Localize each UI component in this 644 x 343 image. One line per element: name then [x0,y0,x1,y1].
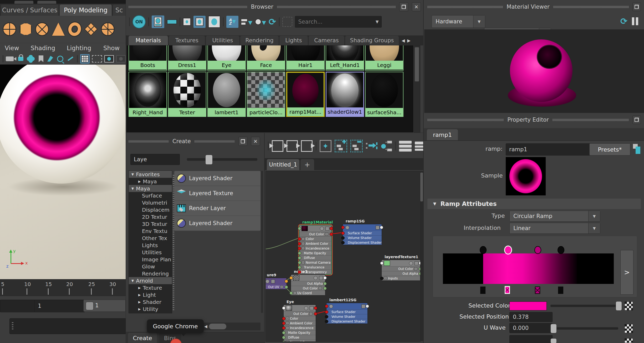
ramp-attributes-header[interactable]: ▼ Ramp Attributes [427,199,641,209]
search-input[interactable] [298,18,376,25]
hscrollbar-thumb[interactable] [209,324,226,329]
range-bar-grip[interactable] [12,322,13,330]
material-swatch-particlecloud[interactable]: particleClo... [247,72,285,117]
tree-item-arnold-shader[interactable]: ▶Shader [129,298,172,305]
tab-lights[interactable]: Lights [279,36,308,45]
list-view-icon[interactable] [167,19,177,24]
browser-titlebar[interactable]: Browser ✕ [129,2,421,12]
create-filter-input[interactable] [130,154,180,165]
create-titlebar[interactable]: Create ✕ [129,137,260,146]
chevron-down-icon[interactable]: ▼ [588,223,600,233]
material-swatch-face[interactable]: Face [247,45,285,71]
viewer-refresh-icon[interactable]: ⟳ [620,16,627,26]
3d-viewport[interactable]: y x z [0,65,126,279]
playback-range-bar[interactable] [9,318,126,334]
float-panel-button[interactable] [238,137,247,146]
expand-port-icon[interactable] [325,233,328,236]
slider-handle[interactable] [550,324,557,333]
lock-icon[interactable] [18,57,23,61]
sort-time-icon[interactable] [255,19,266,25]
ramp-stop-handle-4[interactable] [558,246,564,254]
port-dot[interactable] [285,285,288,289]
poly-cone-icon[interactable] [51,22,66,37]
ramp-name-input[interactable] [506,143,591,155]
isolate-icon[interactable] [47,56,53,62]
menu-lighting[interactable]: Lighting [67,45,91,51]
tree-item-displacement[interactable]: Displacem [129,206,172,213]
port-dot[interactable] [419,267,421,271]
sort-alphabetical-icon[interactable]: AZ [226,16,238,28]
bookmark-icon[interactable] [39,55,43,62]
collapsed-icon[interactable]: ▶ [138,300,141,304]
tab-shading-groups[interactable]: Shading Groups [345,36,399,45]
presets-button[interactable]: Presets* [589,143,630,155]
collapsed-icon[interactable]: ▶ [138,180,141,183]
tree-item-env-textures[interactable]: Env Textu [129,227,172,235]
port-dot[interactable] [298,242,301,245]
port-dot[interactable] [325,320,328,323]
port-color[interactable]: Color [284,316,316,321]
port-dot[interactable] [282,326,285,330]
material-swatch-right-hand[interactable]: Right_Hand [129,72,167,117]
port-dot[interactable] [323,282,327,285]
port-displacement-shader[interactable]: Displacement Shader [343,240,382,245]
port-dot[interactable] [285,280,288,283]
graph-vscrollbar[interactable] [420,171,423,341]
start-frame-field[interactable] [0,300,36,312]
port-dot[interactable] [323,276,327,280]
poly-disc-icon[interactable] [100,22,115,37]
tree-item-utilities[interactable]: Utilities [129,249,172,256]
port-volume-shader[interactable]: Volume Shader [343,235,382,240]
port-dot[interactable] [298,266,301,269]
node-eye[interactable]: Eye Out Color Color Ambient Color Incand… [283,300,316,342]
node-ramp1material[interactable]: ramp1Material Out Color Color Ambient Co… [299,220,332,274]
port-volume-shader[interactable]: Volume Shader [326,314,367,319]
material-swatch-boots[interactable]: Boots [129,45,167,71]
collapsed-icon[interactable]: ▶ [138,307,141,311]
port-dot[interactable] [289,276,293,280]
v-wave-field-partial[interactable] [509,335,553,343]
tree-item-arnold-texture[interactable]: ▶Texture [129,284,172,291]
port-dot[interactable] [298,261,301,264]
scrollbar-thumb[interactable] [415,47,419,81]
port-out-color[interactable]: Out Color [382,266,421,271]
port-ambient-color[interactable]: Ambient Color [284,321,316,325]
poly-subdiv-sphere-icon[interactable] [35,22,49,37]
tab-scroll-right-icon[interactable]: ▶ [407,38,410,43]
material-swatch-leggi[interactable]: Leggi [365,45,403,71]
sort-type-icon[interactable] [241,19,252,25]
port-dot[interactable] [298,270,301,274]
search-dropdown-icon[interactable]: ▼ [376,19,379,24]
port-out-color[interactable]: Out Color [299,232,331,236]
port-normal-camera[interactable]: Normal Camera [299,260,331,265]
renderer-combo[interactable]: Hardware▼ [432,15,485,28]
poly-torus-icon[interactable] [67,22,82,37]
node-ramp1sg[interactable]: ramp1SG Surface Shader Volume Shader Dis… [343,219,382,245]
create-hscrollbar[interactable]: ◀ [203,323,260,330]
chevron-down-icon[interactable]: ▼ [473,15,485,28]
section-expanded-icon[interactable]: ▼ [433,201,436,206]
port-dot[interactable] [341,241,345,244]
swatch-toggle-icon[interactable] [633,144,641,154]
port-matte-opacity[interactable]: Matte Opacity [299,251,331,255]
keyable-icon[interactable] [625,302,633,310]
keyable-icon[interactable] [625,338,633,343]
node-graph[interactable]: ramp1Material Out Color Color Ambient Co… [265,171,421,342]
selected-color-swatch[interactable] [509,302,547,310]
node-layeredtexture1[interactable]: layeredTexture1 Out Color Out Alpha Inpu… [381,255,421,281]
slider-handle[interactable] [616,301,622,311]
port-dot[interactable] [298,237,301,241]
u-wave-field[interactable] [509,323,553,333]
scroll-left-icon[interactable]: ◀ [204,324,207,329]
tree-item-2d-textures[interactable]: 2D Textur [129,213,172,220]
material-swatch-surfaceshader[interactable]: surfaceSha... [365,72,403,117]
scrollbar-thumb[interactable] [420,173,423,201]
remove-from-graph-icon[interactable] [350,140,363,152]
swatch-rows-large-icon[interactable] [399,141,412,152]
list-item-layered-texture[interactable]: Layered Texture [174,186,260,201]
port-incandescence[interactable]: Incandescence [299,246,331,251]
refresh-icon[interactable]: ⟳ [269,17,276,27]
node-lambert12sg[interactable]: lambert12SG Surface Shader Volume Shader… [326,298,368,324]
list-item-render-layer[interactable]: Render Layer [174,201,260,216]
port-surface-shader[interactable]: Surface Shader [326,309,367,314]
